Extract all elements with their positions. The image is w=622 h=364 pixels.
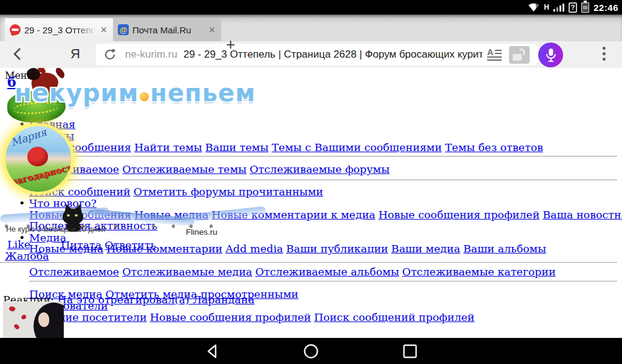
- voice-search-button[interactable]: [538, 42, 563, 67]
- overflow-menu-icon[interactable]: [603, 47, 606, 61]
- url-field[interactable]: ne-kurim.ru 29 - 29_3 Оттепель | Страниц…: [96, 44, 535, 66]
- refresh-icon[interactable]: [103, 48, 117, 61]
- like-button[interactable]: Like: [7, 238, 30, 251]
- nav-link[interactable]: Новые сообщения профилей: [378, 209, 539, 221]
- media-watched-row: ОтслеживаемоеОтслеживаемые медиаОтслежив…: [29, 266, 559, 278]
- nav-link[interactable]: Ваши медиа: [391, 243, 460, 255]
- mailru-favicon-icon: @: [118, 24, 129, 35]
- logo-word-1: некурим: [15, 79, 138, 107]
- nav-link[interactable]: Отслеживаемые темы: [122, 163, 247, 175]
- site-logo: некуримнепьем: [15, 79, 256, 107]
- users-links-row: Текущие посетителиНовые сообщения профил…: [29, 312, 477, 323]
- nav-link[interactable]: Поиск сообщений профилей: [314, 311, 474, 323]
- nav-link[interactable]: Отслеживаемые категории: [402, 266, 556, 278]
- nav-link[interactable]: Отслеживаемые альбомы: [255, 266, 399, 278]
- divider: [0, 262, 617, 263]
- tab-mailru[interactable]: @ Почта Mail.Ru ×: [113, 18, 221, 41]
- clock: 22:46: [593, 2, 618, 13]
- forums-links-row: Новые сообщенияНайти темыВаши темыТемы с…: [29, 142, 546, 153]
- svg-text:A: A: [487, 47, 493, 57]
- nav-link[interactable]: Отслеживаемое: [29, 266, 119, 278]
- award-badge-image: Мария Благодарность: [5, 126, 71, 192]
- home-nav-icon[interactable]: [302, 343, 320, 360]
- mic-icon: [545, 48, 557, 62]
- nav-link[interactable]: Отметить форумы прочитанными: [134, 186, 323, 198]
- divider: [29, 180, 617, 180]
- device-screen: H ? 65 22:46 29 - 29_3 Оттепел × @ Почта…: [0, 0, 622, 364]
- heart-icon: [27, 147, 48, 166]
- nav-link[interactable]: Ваши публикации: [286, 243, 388, 255]
- reply-button[interactable]: Ответить: [104, 239, 156, 251]
- address-bar: Я ne-kurim.ru 29 - 29_3 Оттепель | Стран…: [0, 41, 622, 68]
- nav-link[interactable]: Add media: [225, 243, 283, 255]
- nav-link[interactable]: Новые сообщения профилей: [150, 311, 311, 323]
- badge-name: Мария: [9, 126, 48, 149]
- tab-title: 29 - 29_3 Оттепел: [24, 25, 95, 35]
- close-tab-icon[interactable]: ×: [207, 24, 216, 35]
- android-nav-bar: [0, 338, 622, 364]
- nav-link[interactable]: Ваша новостная лента: [542, 209, 622, 221]
- tab-strip: 29 - 29_3 Оттепел × @ Почта Mail.Ru × +: [0, 15, 622, 41]
- nav-link[interactable]: Ваши альбомы: [463, 243, 546, 255]
- tab-title: Почта Mail.Ru: [132, 25, 203, 35]
- lock-open-icon[interactable]: [509, 46, 530, 64]
- status-bar: H ? 65 22:46: [0, 0, 622, 15]
- logo-word-2: непьем: [150, 79, 256, 107]
- network-type-label: H: [544, 3, 549, 12]
- back-nav-icon[interactable]: [204, 343, 221, 360]
- search-links-row: Поиск сообщенийОтметить форумы прочитанн…: [29, 186, 326, 198]
- recents-nav-icon[interactable]: [402, 343, 419, 360]
- nav-link[interactable]: Отслеживаемые форумы: [250, 163, 389, 175]
- battery-percent: 65: [583, 5, 588, 10]
- text-size-icon[interactable]: A: [486, 47, 503, 62]
- nav-link[interactable]: Отслеживаемые медиа: [122, 266, 252, 278]
- new-tab-button[interactable]: +: [226, 35, 235, 54]
- report-button[interactable]: Жалоба: [5, 250, 49, 262]
- tab-nekurim[interactable]: 29 - 29_3 Оттепел ×: [5, 18, 113, 41]
- wifi-icon: [528, 2, 539, 12]
- back-icon[interactable]: [11, 46, 24, 62]
- ne-kurim-favicon-icon: [10, 24, 21, 35]
- signal-bars-icon: [553, 3, 564, 12]
- divider: [29, 156, 617, 157]
- nav-link[interactable]: Ваши темы: [205, 141, 268, 153]
- nav-link[interactable]: Темы без ответов: [445, 141, 543, 153]
- nav-link[interactable]: Темы с Вашими сообщениями: [272, 141, 442, 153]
- watched-links-row: ОтслеживаемоеОтслеживаемые темыОтслежива…: [29, 164, 392, 175]
- quote-button[interactable]: Цитата: [61, 239, 101, 251]
- battery-icon: 65: [581, 2, 589, 13]
- no-sim-icon: ?: [569, 2, 577, 13]
- yandex-browser-icon[interactable]: Я: [70, 46, 80, 62]
- page-content: Меню б некуримнепьем Мария Благодарность…: [0, 68, 622, 338]
- url-domain: ne-kurim.ru: [125, 49, 177, 61]
- flines-caption: Flines.ru: [186, 228, 217, 237]
- reactions-link[interactable]: На это отреагировал(а) Ларандана: [58, 294, 255, 306]
- smoke-free-counter: Не курю 3 месяца и 20 дней: [6, 225, 106, 234]
- divider: [29, 281, 617, 281]
- close-tab-icon[interactable]: ×: [99, 24, 108, 35]
- logo-dot-icon: [140, 92, 149, 101]
- nav-link[interactable]: Найти темы: [134, 141, 202, 153]
- user-avatar[interactable]: [3, 302, 64, 338]
